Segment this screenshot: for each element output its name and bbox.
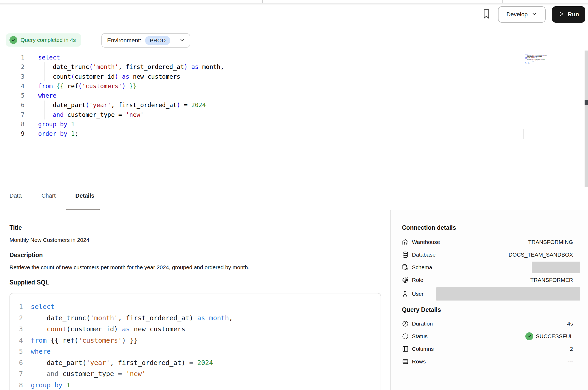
code-line: 6 date_part('year', first_ordered_at) = … <box>0 100 582 110</box>
line-number: 9 <box>0 129 24 138</box>
status-icon <box>402 333 409 340</box>
database-row: DatabaseDOCS_TEAM_SANDBOX <box>402 248 580 261</box>
detail-value: DOCS_TEAM_SANDBOX <box>509 252 580 258</box>
code-line: 4from {{ ref('customers') }} <box>0 81 582 91</box>
detail-value: TRANSFORMER <box>530 277 580 283</box>
detail-value: SUCCESSFUL <box>525 332 580 340</box>
role-row: RoleTRANSFORMER <box>402 274 580 286</box>
clock-icon <box>402 320 409 327</box>
user-icon <box>402 291 409 297</box>
rows-row: Rows--- <box>402 355 580 368</box>
connection-details-heading: Connection details <box>402 224 580 232</box>
detail-value: 4s <box>567 321 580 327</box>
results-tabbar: DataChartDetails <box>9 192 94 201</box>
code-line: 3 count(customer_id) as new_customers <box>14 324 381 335</box>
query-detail-rows: Duration4sStatusSUCCESSFULColumns2Rows--… <box>402 317 580 368</box>
detail-label: User <box>412 291 423 297</box>
detail-value: TRANSFORMING <box>528 239 580 245</box>
detail-label: Warehouse <box>412 239 440 245</box>
line-number: 5 <box>14 346 23 357</box>
detail-label: Rows <box>412 358 426 365</box>
active-tab-underline <box>66 209 100 210</box>
code-line: 5where <box>14 346 381 357</box>
line-number: 2 <box>0 62 24 72</box>
line-number: 7 <box>14 368 23 380</box>
sql-editor[interactable]: 1select2 date_trunc('month', first_order… <box>0 53 582 139</box>
chevron-down-icon <box>531 11 537 18</box>
run-button[interactable]: Run <box>552 6 585 23</box>
play-icon <box>558 11 565 18</box>
browser-tab-strip <box>0 0 588 3</box>
connection-rows: WarehouseTRANSFORMINGDatabaseDOCS_TEAM_S… <box>402 236 580 302</box>
top-divider-band <box>0 3 588 4</box>
code-line: 7 and customer_type = 'new' <box>14 368 381 380</box>
chevron-down-icon <box>179 37 185 44</box>
schema-icon <box>402 264 409 271</box>
bookmark-button[interactable] <box>481 8 492 21</box>
detail-value: --- <box>567 358 580 365</box>
user-row: User <box>402 286 580 302</box>
detail-label: Columns <box>412 346 434 352</box>
develop-button[interactable]: Develop <box>498 6 546 23</box>
environment-select[interactable]: Environment: PROD <box>101 33 190 48</box>
code-line: 6 date_part('year', first_ordered_at) = … <box>14 357 381 369</box>
line-number: 2 <box>14 313 23 324</box>
title-value: Monthly New Customers in 2024 <box>9 237 89 243</box>
code-line: 5where <box>0 91 582 100</box>
role-icon <box>402 277 409 283</box>
columns-icon <box>402 346 409 352</box>
line-number: 3 <box>0 72 24 81</box>
detail-label: Status <box>412 333 428 339</box>
query-status-text: Query completed in 4s <box>21 37 76 43</box>
code-line: 9order by 1; <box>0 129 582 138</box>
database-icon <box>402 251 409 258</box>
line-number: 7 <box>0 110 24 119</box>
editor-scrollbar-thumb[interactable] <box>585 100 588 105</box>
line-number: 8 <box>14 380 23 390</box>
run-button-label: Run <box>568 11 579 18</box>
code-line: 3 count(customer_id) as new_customers <box>0 72 582 81</box>
redacted-value-box <box>532 262 580 273</box>
title-heading: Title <box>9 224 22 231</box>
tab-details[interactable]: Details <box>75 192 94 201</box>
check-circle-icon <box>9 36 17 44</box>
editor-results-divider <box>0 185 588 185</box>
header-divider <box>0 31 588 31</box>
line-number: 6 <box>14 357 23 369</box>
columns-row: Columns2 <box>402 343 580 355</box>
details-panel-divider <box>390 210 391 390</box>
supplied-sql-heading: Supplied SQL <box>9 279 49 286</box>
minimap-code: select date_trunc('month', first_ordered… <box>525 54 553 64</box>
code-line: 2 date_trunc('month', first_ordered_at) … <box>0 62 582 72</box>
schema-row: Schema <box>402 261 580 274</box>
line-number: 4 <box>14 335 23 346</box>
detail-value: 2 <box>570 346 580 352</box>
code-line: 8group by 1 <box>0 119 582 129</box>
environment-label: Environment: <box>107 37 141 44</box>
connection-details-panel: Connection details WarehouseTRANSFORMING… <box>402 224 580 368</box>
warehouse-row: WarehouseTRANSFORMING <box>402 236 580 248</box>
redacted-value-box <box>436 287 580 301</box>
tab-chart[interactable]: Chart <box>41 192 56 201</box>
warehouse-icon <box>402 239 409 246</box>
detail-label: Duration <box>412 321 433 327</box>
editor-scrollbar-track[interactable] <box>585 51 588 187</box>
line-number: 3 <box>14 324 23 335</box>
code-line: 7 and customer_type = 'new' <box>0 110 582 119</box>
code-line: 1select <box>0 53 582 62</box>
line-number: 1 <box>14 301 23 313</box>
bookmark-icon <box>482 9 490 20</box>
code-line: 4from {{ ref('customers') }} <box>14 335 381 346</box>
editor-minimap[interactable]: select date_trunc('month', first_ordered… <box>525 54 554 65</box>
description-value: Retrieve the count of new customers per … <box>9 264 250 271</box>
duration-row: Duration4s <box>402 317 580 330</box>
status-row: StatusSUCCESSFUL <box>402 330 580 343</box>
line-number: 6 <box>0 100 24 110</box>
query-details-heading: Query Details <box>402 306 580 314</box>
line-number: 5 <box>0 91 24 100</box>
line-number: 8 <box>0 119 24 129</box>
line-number: 1 <box>0 53 24 62</box>
code-line: 1select <box>14 301 381 313</box>
tab-data[interactable]: Data <box>9 192 22 201</box>
code-line: 8group by 1 <box>14 380 381 390</box>
